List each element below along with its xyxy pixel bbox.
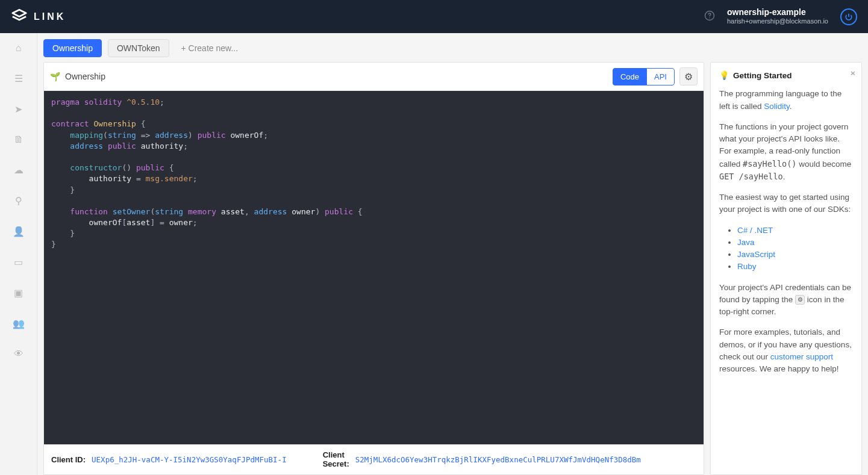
sdk-list: C# / .NETJavaJavaScriptRuby: [737, 225, 853, 273]
tab-ownership[interactable]: Ownership: [43, 39, 102, 57]
brand-text: LINK: [34, 11, 66, 22]
help-icon[interactable]: [704, 10, 715, 23]
svg-point-1: [709, 17, 710, 19]
api-view-button[interactable]: API: [646, 68, 675, 85]
sidebar-nav: ⌂ ☰ ➤ 🗎 ☁ ⚲ 👤 ▭ ▣ 👥 👁: [0, 33, 37, 475]
credentials-bar: Client ID: UEXp6_h2JH-vaCM-Y-I5iN2Yw3GS0…: [44, 444, 704, 474]
create-new-button[interactable]: + Create new...: [175, 40, 245, 57]
getting-started-panel: × 💡Getting Started The programming langu…: [710, 62, 862, 475]
support-link[interactable]: customer support: [770, 352, 833, 361]
editor-title: Ownership: [65, 72, 105, 81]
lightbulb-icon: 💡: [719, 70, 729, 82]
settings-button[interactable]: ⚙: [679, 67, 698, 85]
client-id-value[interactable]: UEXp6_h2JH-vaCM-Y-I5iN2Yw3GS0YaqFJPdMFuB…: [92, 455, 287, 464]
close-icon[interactable]: ×: [851, 67, 855, 79]
users-icon[interactable]: 👥: [13, 318, 25, 329]
sdk-link[interactable]: Java: [737, 238, 755, 247]
client-secret-label: Client Secret:: [323, 451, 349, 468]
card-icon[interactable]: ▣: [14, 287, 23, 299]
sdk-link[interactable]: Ruby: [737, 262, 757, 271]
client-id-label: Client ID:: [51, 455, 86, 464]
app-header: LINK ownership-example harish+ownership@…: [0, 0, 868, 33]
editor-panel: 🌱 Ownership Code API ⚙ pragma solidity ^…: [43, 62, 704, 475]
home-icon[interactable]: ⌂: [16, 43, 22, 54]
account-email: harish+ownership@blockmason.io: [727, 17, 828, 26]
link-logo-icon: [11, 7, 28, 26]
power-button[interactable]: [840, 8, 857, 25]
account-info[interactable]: ownership-example harish+ownership@block…: [727, 7, 828, 26]
tab-owntoken[interactable]: OWNToken: [108, 39, 169, 57]
project-tabs: Ownership OWNToken + Create new...: [43, 39, 862, 62]
code-editor[interactable]: pragma solidity ^0.5.10; contract Owners…: [44, 91, 704, 444]
view-toggle: Code API: [613, 68, 675, 85]
wallet-icon[interactable]: ▭: [14, 256, 23, 268]
gear-icon: ⚙: [684, 71, 693, 82]
project-icon: 🌱: [50, 72, 60, 81]
gear-icon: ⚙: [795, 295, 805, 305]
account-name: ownership-example: [727, 7, 828, 18]
cloud-icon[interactable]: ☁: [14, 164, 23, 176]
eye-icon[interactable]: 👁: [14, 349, 23, 359]
archive-icon[interactable]: 🗎: [14, 134, 23, 145]
rocket-icon[interactable]: ➤: [14, 104, 22, 115]
plug-icon[interactable]: ⚲: [15, 195, 22, 206]
client-secret-value[interactable]: S2MjMLX6dcO6Yew3HTrqkzBjRlIKXFyedBxneCul…: [355, 455, 641, 464]
user-icon[interactable]: 👤: [13, 226, 25, 237]
stack-icon[interactable]: ☰: [14, 73, 23, 84]
sdk-link[interactable]: JavaScript: [737, 250, 775, 259]
sdk-link[interactable]: C# / .NET: [737, 226, 773, 235]
brand: LINK: [11, 7, 66, 26]
solidity-link[interactable]: Solidity: [764, 102, 790, 111]
code-view-button[interactable]: Code: [613, 68, 646, 85]
panel-title: Getting Started: [733, 70, 792, 82]
